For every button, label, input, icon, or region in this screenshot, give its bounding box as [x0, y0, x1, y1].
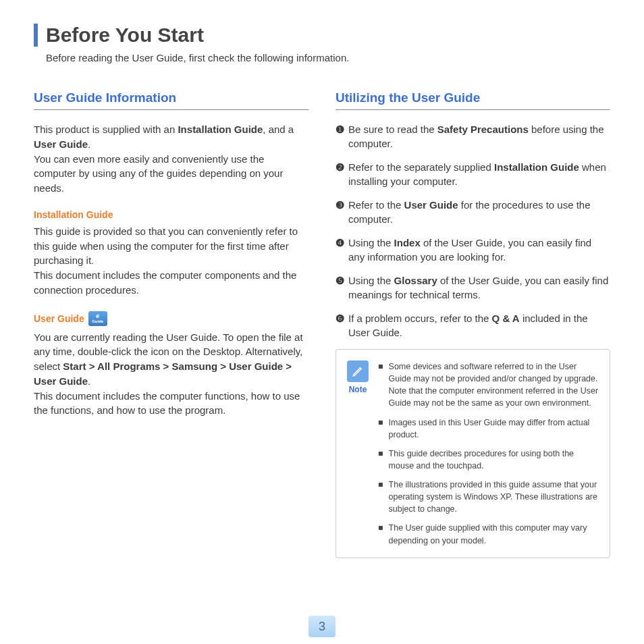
- note-text: Some devices and software referred to in…: [389, 360, 599, 410]
- user-guide-label: User Guide: [34, 313, 84, 324]
- note-item: ■The illustrations provided in this guid…: [378, 479, 599, 515]
- eguide-icon: e Guide: [88, 311, 107, 326]
- item-text: Using the Index of the User Guide, you c…: [348, 236, 610, 264]
- bullet-icon: ■: [378, 448, 383, 472]
- user-guide-info-intro: This product is supplied with an Install…: [34, 122, 308, 196]
- note-text: This guide decribes procedures for using…: [389, 448, 599, 472]
- note-text: The User guide supplied with this comput…: [389, 522, 599, 546]
- note-box: Note ■Some devices and software referred…: [336, 349, 610, 558]
- left-column: User Guide Information This product is s…: [34, 90, 308, 558]
- pencil-icon: [347, 360, 369, 382]
- item-number: ❻: [336, 311, 344, 325]
- item-number: ❸: [336, 198, 344, 212]
- installation-guide-text: This guide is provided so that you can c…: [34, 224, 308, 298]
- bullet-icon: ■: [378, 360, 383, 410]
- item-text: Refer to the separately supplied Install…: [348, 160, 610, 188]
- user-guide-info-heading: User Guide Information: [34, 90, 308, 110]
- utilizing-item: ❸Refer to the User Guide for the procedu…: [336, 198, 610, 226]
- note-item: ■This guide decribes procedures for usin…: [378, 448, 599, 472]
- utilizing-item: ❹Using the Index of the User Guide, you …: [336, 236, 610, 264]
- bullet-icon: ■: [378, 522, 383, 546]
- item-number: ❶: [336, 122, 344, 136]
- installation-guide-label: Installation Guide: [34, 209, 113, 220]
- item-text: Using the Glossary of the User Guide, yo…: [348, 273, 610, 302]
- item-number: ❹: [336, 236, 344, 250]
- page-title-wrap: Before You Start: [34, 24, 610, 47]
- note-item: ■Some devices and software referred to i…: [378, 360, 599, 410]
- utilizing-item: ❻If a problem occurs, refer to the Q & A…: [336, 311, 610, 340]
- note-text: Images used in this User Guide may diffe…: [389, 417, 599, 441]
- note-icon-wrap: Note: [347, 360, 369, 547]
- user-guide-text: You are currently reading the User Guide…: [34, 330, 308, 419]
- utilizing-list: ❶Be sure to read the Safety Precautions …: [336, 122, 610, 340]
- utilizing-item: ❷Refer to the separately supplied Instal…: [336, 160, 610, 188]
- bullet-icon: ■: [378, 479, 383, 515]
- note-item: ■Images used in this User Guide may diff…: [378, 417, 599, 441]
- installation-guide-heading: Installation Guide: [34, 209, 308, 220]
- page-title: Before You Start: [46, 24, 204, 47]
- note-label: Note: [347, 385, 369, 394]
- note-list: ■Some devices and software referred to i…: [378, 360, 599, 547]
- note-text: The illustrations provided in this guide…: [389, 479, 599, 515]
- item-text: Be sure to read the Safety Precautions b…: [348, 122, 610, 151]
- content-columns: User Guide Information This product is s…: [34, 90, 610, 558]
- title-accent-bar: [34, 24, 38, 47]
- item-text: Refer to the User Guide for the procedur…: [348, 198, 610, 226]
- user-guide-heading: User Guide e Guide: [34, 311, 308, 326]
- note-item: ■The User guide supplied with this compu…: [378, 522, 599, 546]
- item-text: If a problem occurs, refer to the Q & A …: [348, 311, 610, 340]
- utilizing-heading: Utilizing the User Guide: [336, 90, 610, 110]
- bullet-icon: ■: [378, 417, 383, 441]
- right-column: Utilizing the User Guide ❶Be sure to rea…: [336, 90, 610, 558]
- utilizing-item: ❶Be sure to read the Safety Precautions …: [336, 122, 610, 151]
- page-number: 3: [308, 616, 336, 637]
- item-number: ❺: [336, 273, 344, 288]
- utilizing-item: ❺Using the Glossary of the User Guide, y…: [336, 273, 610, 302]
- page-subtitle: Before reading the User Guide, first che…: [46, 52, 610, 63]
- item-number: ❷: [336, 160, 344, 174]
